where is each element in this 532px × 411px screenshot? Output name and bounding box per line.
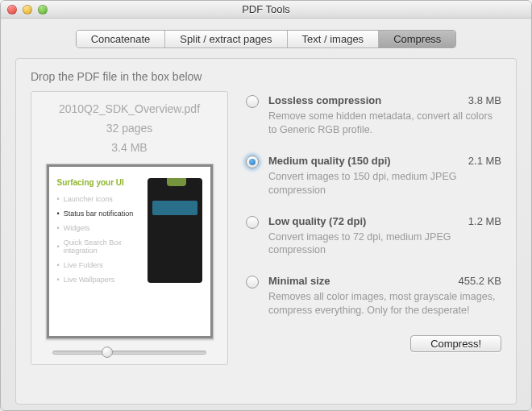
slider-knob[interactable]: [102, 347, 113, 358]
thumb-title: Surfacing your UI: [57, 178, 144, 187]
list-item: Widgets: [57, 224, 144, 232]
compress-button[interactable]: Compress!: [410, 335, 501, 352]
drop-zone[interactable]: 2010Q2_SDK_Overview.pdf 32 pages 3.4 MB …: [31, 91, 228, 365]
tabbar: Concatenate Split / extract pages Text /…: [1, 30, 531, 48]
compression-options: Lossless compression 3.8 MB Remove some …: [246, 91, 501, 365]
tabs: Concatenate Split / extract pages Text /…: [76, 30, 457, 48]
option-low[interactable]: Low quality (72 dpi) 1.2 MB Convert imag…: [246, 215, 501, 258]
option-desc: Remove some hidden metadata, convert all…: [268, 110, 501, 137]
option-size: 2.1 MB: [468, 155, 501, 168]
list-item: Live Folders: [57, 261, 144, 269]
option-desc: Convert images to 150 dpi, medium JPEG c…: [268, 170, 501, 197]
window-title: PDF Tools: [1, 3, 531, 15]
option-lossless[interactable]: Lossless compression 3.8 MB Remove some …: [246, 94, 501, 137]
page-thumbnail: Surfacing your UI Launcher icons Status …: [46, 164, 214, 339]
option-size: 3.8 MB: [468, 94, 501, 108]
app-window: PDF Tools Concatenate Split / extract pa…: [0, 0, 532, 411]
radio-minimal[interactable]: [246, 276, 259, 289]
tab-split[interactable]: Split / extract pages: [165, 31, 287, 48]
page-slider[interactable]: [52, 351, 206, 355]
thumb-list: Launcher icons Status bar notification W…: [57, 195, 144, 284]
option-title: Low quality (72 dpi): [268, 215, 463, 229]
option-size: 455.2 KB: [459, 275, 502, 289]
option-title: Medium quality (150 dpi): [268, 155, 463, 168]
option-desc: Removes all color images, most grayscale…: [268, 290, 501, 318]
option-medium[interactable]: Medium quality (150 dpi) 2.1 MB Convert …: [246, 155, 501, 197]
file-size: 3.4 MB: [38, 139, 221, 158]
radio-low[interactable]: [246, 216, 259, 229]
actions: Compress!: [246, 335, 501, 352]
phone-graphic: [148, 178, 202, 283]
list-item: Quick Search Box integration: [57, 239, 144, 255]
tab-text-images[interactable]: Text / images: [288, 31, 380, 48]
android-icon: [167, 178, 186, 186]
option-size: 1.2 MB: [468, 215, 501, 229]
tab-concatenate[interactable]: Concatenate: [77, 31, 166, 48]
option-desc: Convert images to 72 dpi, medium JPEG co…: [268, 230, 501, 258]
main-panel: Drop the PDF file in the box below 2010Q…: [15, 58, 517, 405]
list-item: Launcher icons: [57, 195, 144, 203]
drop-hint: Drop the PDF file in the box below: [31, 70, 501, 83]
tab-compress[interactable]: Compress: [379, 31, 455, 48]
file-name: 2010Q2_SDK_Overview.pdf: [38, 100, 221, 119]
option-title: Lossless compression: [268, 94, 463, 108]
option-minimal[interactable]: Minimal size 455.2 KB Removes all color …: [246, 275, 501, 318]
list-item: Status bar notification: [57, 210, 144, 218]
list-item: Live Wallpapers: [57, 276, 144, 284]
radio-medium[interactable]: [246, 156, 259, 168]
radio-lossless[interactable]: [246, 95, 259, 108]
titlebar: PDF Tools: [1, 1, 531, 19]
file-pages: 32 pages: [38, 119, 221, 139]
option-title: Minimal size: [268, 275, 454, 289]
